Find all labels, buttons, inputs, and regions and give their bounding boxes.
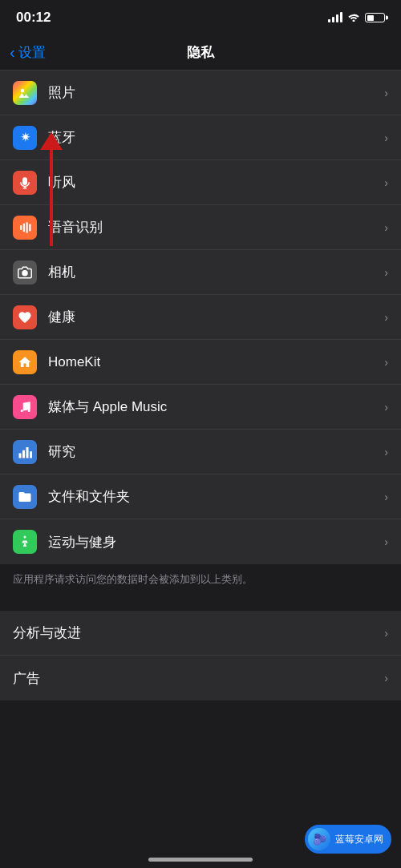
homekit-icon — [13, 350, 37, 374]
watermark-avatar: 🫐 — [308, 828, 330, 850]
research-item[interactable]: 研究 › — [0, 430, 401, 474]
nav-back-label: 设置 — [18, 43, 46, 62]
files-chevron: › — [384, 491, 388, 503]
watermark-text: 蓝莓安卓网 — [335, 833, 383, 846]
svg-rect-1 — [22, 177, 27, 185]
nav-title: 隐私 — [187, 43, 214, 62]
camera-item[interactable]: 相机 › — [0, 250, 401, 295]
analytics-label: 分析与改进 — [13, 624, 378, 642]
music-item[interactable]: 媒体与 Apple Music › — [0, 385, 401, 430]
svg-rect-5 — [29, 224, 30, 231]
home-indicator — [148, 858, 253, 862]
music-icon — [13, 395, 37, 419]
svg-point-0 — [21, 88, 25, 92]
files-item[interactable]: 文件和文件夹 › — [0, 474, 401, 519]
fitness-icon — [13, 530, 37, 554]
fitness-label: 运动与健身 — [48, 533, 378, 551]
photos-item[interactable]: 照片 › — [0, 71, 401, 115]
sound-item[interactable]: 语音识别 › — [0, 205, 401, 250]
svg-rect-2 — [20, 225, 22, 230]
bluetooth-label: 蓝牙 — [48, 128, 378, 147]
svg-point-11 — [24, 536, 26, 539]
camera-icon — [13, 260, 37, 285]
fitness-chevron: › — [384, 535, 388, 548]
research-label: 研究 — [48, 442, 378, 461]
homekit-label: HomeKit — [48, 354, 378, 370]
footer-note: 应用程序请求访问您的数据时会被添加到以上类别。 — [0, 564, 401, 595]
photos-icon — [13, 81, 37, 105]
status-icons — [328, 11, 385, 24]
status-time: 00:12 — [16, 10, 51, 26]
photos-chevron: › — [384, 87, 388, 99]
bluetooth-chevron: › — [384, 131, 388, 144]
siri-item[interactable]: 听风 › — [0, 160, 401, 205]
svg-rect-4 — [26, 222, 28, 233]
nav-back-button[interactable]: ‹ 设置 — [10, 43, 46, 62]
bluetooth-item[interactable]: ✴ 蓝牙 › — [0, 115, 401, 160]
watermark: 🫐 蓝莓安卓网 — [305, 825, 391, 854]
siri-icon — [13, 171, 37, 195]
back-chevron-icon: ‹ — [10, 43, 15, 62]
sound-icon — [13, 216, 37, 240]
fitness-item[interactable]: 运动与健身 › — [0, 519, 401, 564]
photos-label: 照片 — [48, 83, 378, 102]
health-label: 健康 — [48, 308, 378, 326]
files-icon — [13, 485, 37, 509]
homekit-item[interactable]: HomeKit › — [0, 340, 401, 385]
advertising-label: 广告 — [13, 669, 378, 688]
main-settings-section: 照片 › ✴ 蓝牙 › 听风 › 语音识别 › — [0, 71, 401, 564]
wifi-icon — [347, 11, 360, 24]
health-chevron: › — [384, 311, 388, 324]
svg-point-6 — [22, 270, 27, 275]
bluetooth-icon: ✴ — [13, 126, 37, 150]
svg-rect-9 — [26, 447, 29, 458]
music-label: 媒体与 Apple Music — [48, 398, 378, 416]
svg-rect-7 — [19, 453, 22, 458]
homekit-chevron: › — [384, 356, 388, 369]
signal-icon — [328, 13, 342, 22]
files-label: 文件和文件夹 — [48, 487, 378, 506]
secondary-settings-section: 分析与改进 › 广告 › — [0, 611, 401, 700]
music-chevron: › — [384, 401, 388, 414]
siri-label: 听风 — [48, 173, 378, 192]
analytics-chevron: › — [384, 627, 388, 640]
research-icon — [13, 440, 37, 464]
nav-bar: ‹ 设置 隐私 — [0, 35, 401, 71]
analytics-item[interactable]: 分析与改进 › — [0, 611, 401, 656]
sound-chevron: › — [384, 221, 388, 234]
status-bar: 00:12 — [0, 0, 401, 35]
svg-rect-10 — [30, 451, 32, 458]
camera-chevron: › — [384, 266, 388, 279]
health-icon — [13, 305, 37, 329]
advertising-chevron: › — [384, 672, 388, 684]
sound-label: 语音识别 — [48, 218, 378, 236]
battery-icon — [365, 13, 385, 22]
research-chevron: › — [384, 446, 388, 458]
advertising-item[interactable]: 广告 › — [0, 656, 401, 700]
camera-label: 相机 — [48, 263, 378, 281]
svg-rect-8 — [22, 450, 25, 458]
health-item[interactable]: 健康 › — [0, 295, 401, 340]
svg-rect-3 — [23, 223, 25, 232]
siri-chevron: › — [384, 176, 388, 189]
